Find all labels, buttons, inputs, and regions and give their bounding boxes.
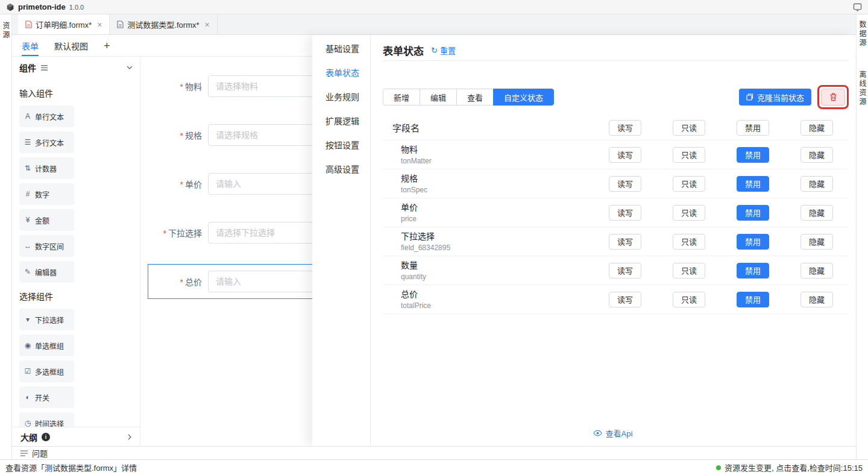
formx-file-icon bbox=[117, 20, 124, 28]
panel-nav-form-state[interactable]: 表单状态 bbox=[312, 60, 370, 84]
required-mark: * bbox=[163, 228, 166, 238]
status-left-text: 查看资源「测试数据类型.formx」详情 bbox=[5, 462, 137, 473]
reset-link[interactable]: ↻ 重置 bbox=[431, 45, 456, 56]
required-mark: * bbox=[180, 180, 183, 189]
palette-item-radio-group[interactable]: ◉单选框组 bbox=[19, 335, 74, 356]
field-name: 规格 bbox=[401, 173, 593, 184]
field-state-table: 字段名 读写 只读 禁用 隐藏 物料 tonMatter 读写 只读 禁用 隐藏 bbox=[383, 115, 849, 314]
datasource-rail-tab[interactable]: 数据源 bbox=[857, 20, 867, 48]
clone-current-state-button[interactable]: 克隆当前状态 bbox=[739, 89, 811, 105]
palette-item-time-picker[interactable]: ◷时间选择 bbox=[19, 412, 74, 427]
formx-file-icon bbox=[25, 20, 32, 28]
field-label: *规格 bbox=[140, 129, 208, 141]
panel-nav-business-rules[interactable]: 业务规则 bbox=[312, 84, 370, 109]
palette-item-dropdown-select[interactable]: ▾下拉选择 bbox=[19, 309, 74, 330]
header-hidden-button[interactable]: 隐藏 bbox=[800, 120, 833, 136]
amount-icon: ¥ bbox=[24, 216, 32, 224]
state-readwrite-button[interactable]: 读写 bbox=[609, 147, 641, 163]
table-row: 下拉选择 field_68342895 读写 只读 禁用 隐藏 bbox=[383, 227, 849, 256]
palette-item-label: 计数器 bbox=[35, 163, 57, 174]
panel-nav-basic-settings[interactable]: 基础设置 bbox=[312, 36, 370, 60]
outline-label: 大纲 bbox=[20, 431, 37, 443]
field-name: 数量 bbox=[401, 260, 593, 271]
state-tab-view[interactable]: 查看 bbox=[456, 89, 494, 105]
state-hidden-button[interactable]: 隐藏 bbox=[800, 263, 833, 278]
palette-item-checkbox-group[interactable]: ☑多选框组 bbox=[19, 360, 74, 382]
state-hidden-button[interactable]: 隐藏 bbox=[800, 292, 833, 307]
close-icon[interactable]: × bbox=[205, 20, 210, 29]
palette-item-single-line-text[interactable]: A单行文本 bbox=[19, 105, 74, 127]
header-disabled-button[interactable]: 禁用 bbox=[737, 120, 769, 136]
checkbox-group-icon: ☑ bbox=[24, 367, 32, 376]
state-readonly-button[interactable]: 只读 bbox=[673, 205, 705, 221]
state-readwrite-button[interactable]: 读写 bbox=[609, 292, 641, 307]
state-readonly-button[interactable]: 只读 bbox=[673, 147, 705, 163]
status-right[interactable]: 资源发生变更, 点击查看,检查时间:15:15 bbox=[716, 462, 863, 473]
file-tab-test-datatypes[interactable]: 测试数据类型.formx* × bbox=[110, 14, 217, 34]
header-readonly-button[interactable]: 只读 bbox=[673, 120, 705, 136]
header-readwrite-button[interactable]: 读写 bbox=[609, 120, 641, 136]
offline-resources-rail-tab[interactable]: 离线资源 bbox=[857, 71, 867, 107]
state-hidden-button[interactable]: 隐藏 bbox=[800, 147, 833, 163]
table-row: 总价 totalPrice 读写 只读 禁用 隐藏 bbox=[383, 285, 849, 314]
field-name: 总价 bbox=[401, 289, 593, 300]
palette-section-select: 选择组件 bbox=[19, 290, 133, 302]
file-tab-order-detail[interactable]: 订单明细.formx* × bbox=[18, 14, 110, 34]
outline-footer[interactable]: 大纲 i bbox=[12, 427, 140, 446]
palette-item-label: 多选框组 bbox=[35, 366, 64, 377]
state-readonly-button[interactable]: 只读 bbox=[673, 292, 705, 307]
state-readwrite-button[interactable]: 读写 bbox=[609, 234, 641, 250]
state-hidden-button[interactable]: 隐藏 bbox=[800, 176, 833, 192]
state-readwrite-button[interactable]: 读写 bbox=[609, 263, 641, 278]
state-tab-custom[interactable]: 自定义状态 bbox=[493, 89, 554, 105]
tab-default-view[interactable]: 默认视图 bbox=[54, 35, 88, 56]
settings-nav: 基础设置 表单状态 业务规则 扩展逻辑 按钮设置 高级设置 bbox=[312, 35, 371, 446]
palette-item-multi-line-text[interactable]: ☰多行文本 bbox=[19, 131, 74, 153]
palette-item-amount[interactable]: ¥金额 bbox=[19, 209, 74, 231]
state-disabled-button[interactable]: 禁用 bbox=[737, 263, 769, 278]
field-code: quantity bbox=[401, 272, 593, 282]
state-disabled-button[interactable]: 禁用 bbox=[737, 176, 769, 192]
close-icon[interactable]: × bbox=[97, 20, 102, 29]
panel-nav-button-settings[interactable]: 按钮设置 bbox=[312, 133, 370, 157]
palette-item-label: 金额 bbox=[35, 215, 49, 225]
palette-item-editor[interactable]: ✎编辑器 bbox=[19, 261, 74, 283]
state-readonly-button[interactable]: 只读 bbox=[673, 263, 705, 278]
problems-bar[interactable]: 问题 bbox=[12, 446, 856, 459]
palette-item-counter[interactable]: ⇅计数器 bbox=[19, 157, 74, 179]
state-disabled-button[interactable]: 禁用 bbox=[737, 205, 769, 221]
palette-section-input: 输入组件 bbox=[19, 87, 133, 99]
state-readonly-button[interactable]: 只读 bbox=[673, 176, 705, 192]
state-hidden-button[interactable]: 隐藏 bbox=[800, 234, 833, 250]
palette-item-number-range[interactable]: ↔数字区间 bbox=[19, 235, 74, 257]
file-tab-strip: 订单明细.formx* × 测试数据类型.formx* × bbox=[12, 14, 856, 35]
panel-nav-extension-logic[interactable]: 扩展逻辑 bbox=[312, 109, 370, 133]
state-readonly-button[interactable]: 只读 bbox=[673, 234, 705, 250]
panel-nav-advanced-settings[interactable]: 高级设置 bbox=[312, 157, 370, 181]
state-disabled-button[interactable]: 禁用 bbox=[737, 292, 769, 307]
chevron-down-icon[interactable] bbox=[127, 66, 133, 69]
palette-item-number[interactable]: #数字 bbox=[19, 183, 74, 205]
state-readwrite-button[interactable]: 读写 bbox=[609, 205, 641, 221]
settings-panel: 基础设置 表单状态 业务规则 扩展逻辑 按钮设置 高级设置 表单状态 ↻ 重置 … bbox=[312, 35, 855, 446]
add-view-button[interactable]: + bbox=[104, 40, 110, 51]
palette-item-switch[interactable]: ◐开关 bbox=[19, 386, 74, 408]
field-label: *物料 bbox=[140, 80, 208, 92]
tab-form[interactable]: 表单 bbox=[22, 35, 39, 56]
field-name-header: 字段名 bbox=[392, 123, 420, 133]
delete-state-button[interactable] bbox=[821, 89, 845, 105]
table-row: 规格 tonSpec 读写 只读 禁用 隐藏 bbox=[383, 169, 849, 198]
resources-rail-tab[interactable]: 资源 bbox=[1, 22, 11, 40]
state-hidden-button[interactable]: 隐藏 bbox=[800, 205, 833, 221]
state-disabled-button[interactable]: 禁用 bbox=[737, 147, 769, 163]
palette-header[interactable]: 组件 bbox=[12, 57, 140, 78]
field-code: tonSpec bbox=[401, 185, 593, 195]
state-tab-edit[interactable]: 编辑 bbox=[420, 89, 457, 105]
view-api-link[interactable]: 查看Api bbox=[371, 427, 855, 439]
chevron-right-icon[interactable] bbox=[128, 434, 131, 440]
state-disabled-button[interactable]: 禁用 bbox=[737, 234, 769, 250]
palette-item-label: 多行文本 bbox=[35, 137, 64, 148]
state-tab-new[interactable]: 新增 bbox=[383, 89, 420, 105]
window-icon[interactable] bbox=[853, 3, 862, 11]
state-readwrite-button[interactable]: 读写 bbox=[609, 176, 641, 192]
